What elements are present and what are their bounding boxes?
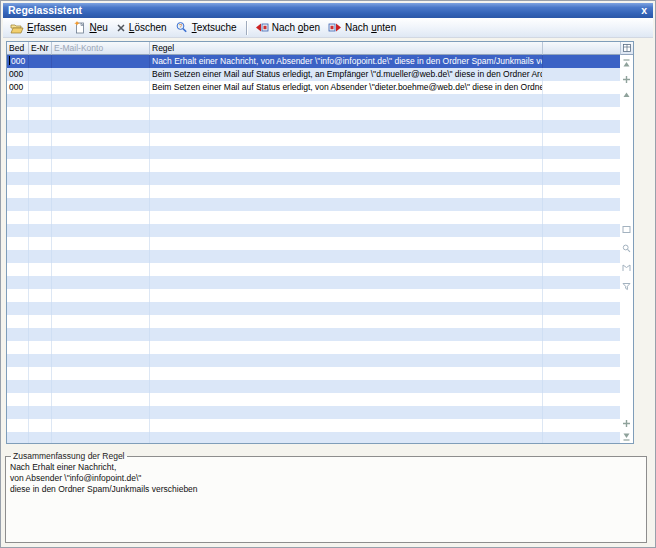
table-row[interactable]	[7, 133, 620, 146]
column-header-bed[interactable]: Bed	[7, 42, 29, 55]
table-row[interactable]	[7, 341, 620, 354]
table-row[interactable]	[7, 289, 620, 302]
table-row[interactable]	[7, 263, 620, 276]
filter-icon[interactable]	[622, 281, 632, 291]
scroll-to-bottom-icon[interactable]	[622, 431, 632, 441]
table-row[interactable]: 000Beim Setzen einer Mail auf Status erl…	[7, 81, 620, 94]
summary-line: Nach Erhalt einer Nachricht,	[10, 462, 642, 473]
cell-filler	[543, 315, 620, 328]
table-row[interactable]	[7, 198, 620, 211]
cell-bed	[7, 224, 29, 237]
table-row[interactable]: 000Nach Erhalt einer Nachricht, von Abse…	[7, 55, 620, 68]
close-button[interactable]: x	[641, 3, 647, 18]
scroll-to-top-icon[interactable]	[622, 58, 632, 68]
table-row[interactable]: 000Beim Setzen einer Mail auf Status erl…	[7, 68, 620, 81]
table-row[interactable]	[7, 185, 620, 198]
table-row[interactable]	[7, 211, 620, 224]
cell-bed	[7, 133, 29, 146]
cell-bed	[7, 211, 29, 224]
cell-icon[interactable]	[622, 224, 632, 234]
cell-enr	[29, 315, 52, 328]
cell-konto	[52, 419, 150, 432]
cell-filler	[543, 185, 620, 198]
table-row[interactable]	[7, 380, 620, 393]
table-row[interactable]	[7, 432, 620, 443]
cell-filler	[543, 393, 620, 406]
table-row[interactable]	[7, 276, 620, 289]
cell-konto	[52, 328, 150, 341]
cell-filler	[543, 211, 620, 224]
table-row[interactable]	[7, 250, 620, 263]
cell-konto	[52, 250, 150, 263]
table-row[interactable]	[7, 120, 620, 133]
scroll-up-icon[interactable]	[622, 90, 632, 100]
cell-bed	[7, 263, 29, 276]
table-row[interactable]	[7, 354, 620, 367]
rule-assistant-window: Regelassistent x Erfassen Neu Löschen ?	[0, 0, 656, 548]
table-row[interactable]	[7, 237, 620, 250]
textsuche-button[interactable]: ? Textsuche	[172, 20, 242, 35]
cell-konto	[52, 315, 150, 328]
cell-filler	[543, 198, 620, 211]
column-header-regel[interactable]: Regel	[150, 42, 543, 55]
cell-regel	[150, 341, 543, 354]
title-bar: Regelassistent x	[3, 3, 653, 18]
add-icon[interactable]	[622, 418, 632, 428]
cell-enr	[29, 289, 52, 302]
loeschen-button[interactable]: Löschen	[113, 21, 172, 34]
cell-konto	[52, 302, 150, 315]
cell-enr	[29, 432, 52, 443]
cell-bed	[7, 250, 29, 263]
cell-filler	[543, 94, 620, 107]
cell-regel	[150, 315, 543, 328]
cell-regel	[150, 393, 543, 406]
cell-konto	[52, 406, 150, 419]
cell-konto	[52, 185, 150, 198]
cell-bed	[7, 107, 29, 120]
cell-regel	[150, 159, 543, 172]
column-chooser-button[interactable]	[620, 42, 633, 55]
table-row[interactable]	[7, 419, 620, 432]
neu-button[interactable]: Neu	[71, 20, 112, 35]
cell-enr	[29, 367, 52, 380]
cell-bed	[7, 237, 29, 250]
cell-enr	[29, 250, 52, 263]
column-header-email-konto[interactable]: E-Mail-Konto	[52, 42, 150, 55]
erfassen-button[interactable]: Erfassen	[7, 21, 71, 35]
cell-konto	[52, 55, 150, 68]
table-row[interactable]	[7, 406, 620, 419]
bookmark-icon[interactable]	[622, 262, 632, 272]
nach-oben-button[interactable]: Nach oben	[252, 21, 325, 34]
cell-regel	[150, 133, 543, 146]
cell-bed	[7, 315, 29, 328]
rule-summary-legend: Zusammenfassung der Regel	[11, 451, 127, 461]
table-row[interactable]	[7, 328, 620, 341]
table-row[interactable]	[7, 159, 620, 172]
cell-enr	[29, 159, 52, 172]
cell-enr	[29, 133, 52, 146]
search-icon: ?	[175, 21, 189, 34]
cell-konto	[52, 133, 150, 146]
column-header-enr[interactable]: E-Nr	[29, 42, 52, 55]
button-label: Löschen	[129, 22, 167, 33]
add-icon[interactable]	[622, 74, 632, 84]
table-row[interactable]	[7, 302, 620, 315]
cell-enr	[29, 172, 52, 185]
table-row[interactable]	[7, 94, 620, 107]
cell-enr	[29, 302, 52, 315]
table-row[interactable]	[7, 172, 620, 185]
nach-unten-button[interactable]: Nach unten	[325, 21, 401, 34]
cell-enr	[29, 120, 52, 133]
table-row[interactable]	[7, 146, 620, 159]
search-small-icon[interactable]	[622, 243, 632, 253]
cell-konto	[52, 159, 150, 172]
cell-filler	[543, 289, 620, 302]
table-row[interactable]	[7, 107, 620, 120]
table-row[interactable]	[7, 393, 620, 406]
cell-enr	[29, 276, 52, 289]
table-row[interactable]	[7, 367, 620, 380]
table-row[interactable]	[7, 315, 620, 328]
table-row[interactable]	[7, 224, 620, 237]
cell-konto	[52, 354, 150, 367]
cell-filler	[543, 263, 620, 276]
